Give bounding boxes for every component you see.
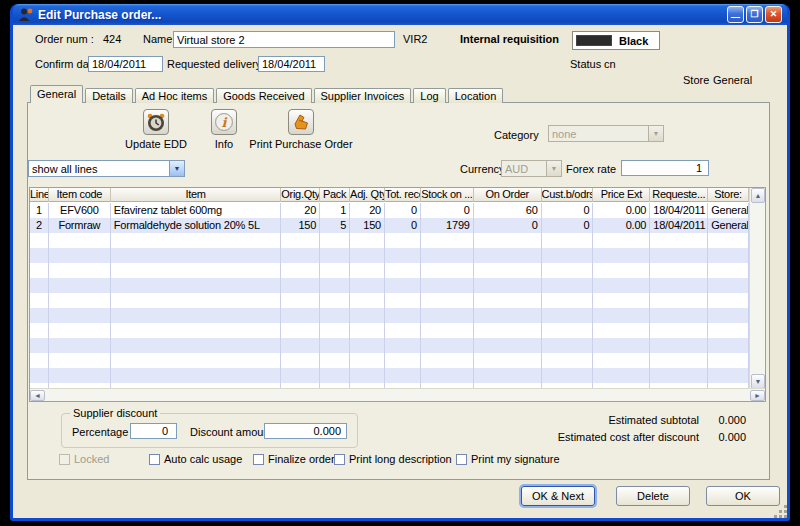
table-cell[interactable]: 0.00	[593, 203, 650, 218]
column-header-pack[interactable]: Pack	[320, 188, 350, 202]
print-purchase-order-button[interactable]: Print Purchase Order	[241, 109, 361, 150]
table-cell[interactable]: 0	[385, 203, 421, 218]
tab-strip: GeneralDetailsAd Hoc itemsGoods Received…	[30, 86, 505, 103]
tab-general[interactable]: General	[30, 85, 83, 103]
vertical-scrollbar[interactable]: ▲ ▼	[749, 188, 765, 389]
table-cell	[593, 368, 650, 383]
checkbox-auto-calc-usage[interactable]: Auto calc usage	[149, 453, 242, 465]
ok-next-button[interactable]: OK & Next	[521, 486, 595, 506]
table-cell[interactable]: 18/04/2011	[650, 203, 708, 218]
requested-delivery-input[interactable]	[258, 56, 325, 72]
table-cell[interactable]: 0	[542, 203, 594, 218]
table-cell[interactable]: 1	[320, 203, 350, 218]
scroll-down-icon[interactable]: ▼	[751, 374, 765, 389]
checkbox-print-my-signature[interactable]: Print my signature	[456, 453, 560, 465]
table-row-empty	[30, 353, 749, 368]
table-cell[interactable]: Efavirenz tablet 600mg	[111, 203, 281, 218]
table-cell	[542, 278, 594, 293]
table-cell[interactable]: General	[708, 218, 749, 233]
table-row[interactable]: 2FormrawFormaldehyde solution 20% 5L1505…	[30, 218, 749, 233]
table-cell	[542, 323, 594, 338]
maximize-button[interactable]: ❐	[746, 6, 763, 23]
table-cell	[281, 278, 320, 293]
column-header-line[interactable]: Line	[30, 188, 49, 202]
column-header-requeste[interactable]: Requeste...	[650, 188, 708, 202]
table-cell	[385, 368, 421, 383]
checkbox-locked: Locked	[59, 453, 109, 465]
table-cell[interactable]: 60	[474, 203, 542, 218]
title-bar[interactable]: Edit Purchase order... — ❐ ✕	[13, 4, 787, 25]
column-header-item[interactable]: Item	[111, 188, 282, 202]
tab-log[interactable]: Log	[413, 88, 445, 103]
supplier-discount-group: Supplier discount Percentage Discount am…	[61, 413, 358, 448]
table-cell[interactable]: Formaldehyde solution 20% 5L	[111, 218, 281, 233]
horizontal-scrollbar[interactable]: ◄ ►	[30, 388, 765, 401]
column-header-adj-qty[interactable]: Adj. Qty	[350, 188, 385, 202]
minimize-button[interactable]: —	[727, 6, 744, 23]
discount-amount-input[interactable]	[264, 423, 347, 439]
table-cell[interactable]: 5	[320, 218, 350, 233]
table-cell[interactable]: 150	[350, 218, 385, 233]
requested-delivery-label: Requested delivery	[167, 58, 261, 70]
table-cell[interactable]: 0.00	[593, 218, 650, 233]
tab-goods-received[interactable]: Goods Received	[216, 88, 311, 103]
store-label: Store	[683, 74, 709, 86]
table-cell[interactable]: 150	[281, 218, 320, 233]
printer-icon	[288, 109, 314, 135]
table-cell	[474, 353, 542, 368]
table-cell[interactable]: 0	[474, 218, 542, 233]
tab-location[interactable]: Location	[448, 88, 504, 103]
tab-details[interactable]: Details	[85, 88, 133, 103]
line-filter-dropdown[interactable]: show all lines ▼	[28, 160, 185, 177]
forex-rate-input[interactable]	[621, 160, 709, 176]
table-cell	[49, 308, 111, 323]
column-header-stock-on[interactable]: Stock on ...	[421, 188, 474, 202]
column-header-orig-qty[interactable]: Orig.Qty	[281, 188, 320, 202]
table-cell	[542, 248, 594, 263]
column-header-tot-recei[interactable]: Tot. recei...	[385, 188, 421, 202]
table-row-empty	[30, 278, 749, 293]
table-cell[interactable]: 18/04/2011	[650, 218, 708, 233]
tab-ad-hoc-items[interactable]: Ad Hoc items	[135, 88, 214, 103]
table-cell[interactable]: 20	[350, 203, 385, 218]
column-header-store[interactable]: Store:	[708, 188, 749, 202]
delete-button[interactable]: Delete	[616, 486, 690, 506]
table-cell	[650, 233, 708, 248]
checkbox-box[interactable]	[149, 454, 160, 465]
checkbox-box[interactable]	[334, 454, 345, 465]
column-header-price-ext[interactable]: Price Ext	[593, 188, 650, 202]
table-row[interactable]: 1EFV600Efavirenz tablet 600mg20120006000…	[30, 203, 749, 218]
table-cell[interactable]: 0	[421, 203, 474, 218]
table-cell[interactable]: 1	[30, 203, 49, 218]
table-cell[interactable]: 2	[30, 218, 49, 233]
ok-button[interactable]: OK	[706, 486, 780, 506]
update-edd-button[interactable]: Update EDD	[106, 109, 206, 150]
close-button[interactable]: ✕	[765, 6, 782, 23]
scroll-right-icon[interactable]: ►	[750, 390, 765, 401]
scroll-up-icon[interactable]: ▲	[751, 188, 765, 203]
color-dropdown[interactable]: Black	[572, 31, 660, 50]
table-cell[interactable]: 0	[385, 218, 421, 233]
table-cell[interactable]: 20	[281, 203, 320, 218]
tab-supplier-invoices[interactable]: Supplier Invoices	[314, 88, 412, 103]
checkbox-print-long-description[interactable]: Print long description	[334, 453, 452, 465]
scroll-left-icon[interactable]: ◄	[30, 390, 45, 401]
resize-grip[interactable]	[779, 510, 782, 513]
confirm-date-input[interactable]	[88, 56, 163, 72]
column-header-on-order[interactable]: On Order	[474, 188, 542, 202]
percentage-input[interactable]	[130, 423, 177, 439]
table-cell	[593, 353, 650, 368]
checkbox-box[interactable]	[253, 454, 264, 465]
name-input[interactable]	[173, 31, 395, 48]
column-header-item-code[interactable]: Item code	[49, 188, 111, 202]
table-cell[interactable]: General	[708, 203, 749, 218]
table-cell	[708, 233, 749, 248]
table-cell[interactable]: Formraw	[49, 218, 111, 233]
checkbox-box[interactable]	[456, 454, 467, 465]
table-body: 1EFV600Efavirenz tablet 600mg20120006000…	[30, 203, 749, 389]
table-cell[interactable]: EFV600	[49, 203, 111, 218]
checkbox-finalize-order[interactable]: Finalize order	[253, 453, 335, 465]
table-cell[interactable]: 1799	[421, 218, 474, 233]
column-header-cust-b-odrs[interactable]: Cust.b/odrs	[542, 188, 594, 202]
table-cell[interactable]: 0	[542, 218, 594, 233]
